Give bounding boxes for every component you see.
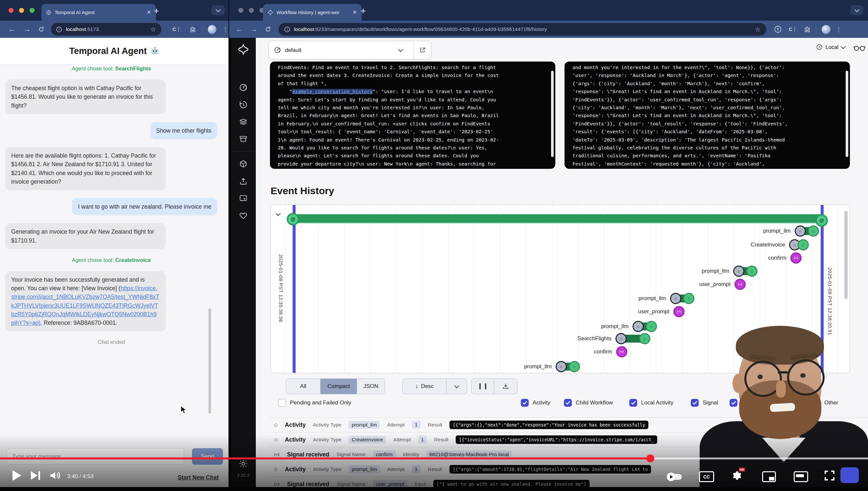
signal-icon[interactable] xyxy=(616,346,627,357)
filter-child-workflow[interactable]: Child Workflow xyxy=(564,399,613,407)
pause-events-button[interactable] xyxy=(471,379,494,394)
new-tab-button[interactable]: + xyxy=(154,6,159,16)
checkbox-checked[interactable] xyxy=(691,399,699,407)
schedules-nav-icon[interactable] xyxy=(239,100,248,109)
activity-end-icon[interactable]: ◇ xyxy=(798,239,809,251)
timeline-event[interactable]: CreateInvoice◇◇ xyxy=(789,239,789,251)
activity-start-icon[interactable]: ◇ xyxy=(733,266,744,277)
forward-icon[interactable]: → xyxy=(24,26,31,33)
forward-icon[interactable]: → xyxy=(250,26,257,33)
site-info-icon[interactable]: i xyxy=(56,27,62,32)
sort-desc-button[interactable]: ↓Desc xyxy=(403,379,446,394)
view-mode-json[interactable]: JSON xyxy=(357,379,385,394)
workflow-duration-bar[interactable] xyxy=(292,214,824,223)
namespace-selector[interactable]: default xyxy=(268,41,431,59)
timeline-collapse-chevron-icon[interactable] xyxy=(274,210,282,218)
timeline-event[interactable]: SearchFlights◇◇ xyxy=(616,333,616,344)
activity-start-icon[interactable]: ◇ xyxy=(556,361,567,372)
timeline-event[interactable]: prompt_llm◇◇ xyxy=(670,293,671,304)
workflow-start-marker[interactable]: @ xyxy=(287,213,299,225)
back-icon[interactable]: ← xyxy=(8,26,16,33)
timeline-event[interactable]: prompt_llm◇◇ xyxy=(733,266,734,277)
bookmark-star-icon[interactable]: ☆ xyxy=(150,26,156,33)
browser-profile-avatar[interactable] xyxy=(822,25,831,34)
extensions-puzzle-icon[interactable] xyxy=(189,26,195,33)
close-tab-icon[interactable]: ✕ xyxy=(352,9,357,16)
minimize-window-button[interactable] xyxy=(249,8,254,13)
timeline-event[interactable]: confirm xyxy=(616,346,617,357)
browser-menu-icon[interactable]: ⋮ xyxy=(222,26,228,33)
task-queues-nav-icon[interactable] xyxy=(239,117,248,126)
timeline-event[interactable]: confirm xyxy=(790,252,791,264)
tab-temporal-ai-agent[interactable]: Temporal AI Agent ✕ xyxy=(41,4,156,21)
pending-failed-filter[interactable]: Pending and Failed Only xyxy=(278,399,351,407)
chat-message-input[interactable]: Type your message... xyxy=(7,448,184,465)
activity-end-icon[interactable]: ◇ xyxy=(639,333,650,344)
signal-icon[interactable] xyxy=(735,279,746,290)
password-manager-icon[interactable] xyxy=(774,26,781,33)
timeline-event[interactable]: user_prompt xyxy=(735,279,735,290)
chat-scrollbar[interactable] xyxy=(209,308,211,414)
namespaces-nav-icon[interactable] xyxy=(239,160,248,169)
address-bar[interactable]: i localhost:8233/namespaces/default/work… xyxy=(278,23,766,35)
browser-profile-avatar[interactable] xyxy=(208,25,216,34)
timeline-scrollbar[interactable] xyxy=(844,211,848,299)
code-scrollbar[interactable] xyxy=(846,71,848,157)
checkbox-checked[interactable] xyxy=(521,399,529,407)
activity-end-icon[interactable]: ◇ xyxy=(646,321,657,332)
sort-dropdown-button[interactable] xyxy=(446,379,467,394)
minimize-window-button[interactable] xyxy=(19,8,24,13)
close-tab-icon[interactable]: ✕ xyxy=(147,9,151,16)
download-events-button[interactable] xyxy=(494,379,517,394)
close-window-button[interactable] xyxy=(8,8,13,13)
extension-c-icon[interactable]: C⋮ xyxy=(173,26,181,32)
workflow-end-marker[interactable]: @ xyxy=(815,214,828,227)
filter-local-activity[interactable]: Local Activity xyxy=(629,399,673,407)
view-mode-all[interactable]: All xyxy=(286,379,320,394)
timeline-event[interactable]: prompt_llm◇◇ xyxy=(556,361,556,372)
browser-menu-icon[interactable]: ⋮ xyxy=(836,26,842,33)
timeline-event[interactable]: user_prompt xyxy=(673,306,674,317)
close-window-button[interactable] xyxy=(238,8,243,13)
activity-end-icon[interactable]: ◇ xyxy=(569,361,580,372)
code-scrollbar[interactable] xyxy=(551,71,554,157)
signal-icon[interactable] xyxy=(790,252,802,264)
maximize-window-button[interactable] xyxy=(30,8,34,13)
tab-search-button[interactable] xyxy=(850,5,863,15)
checkbox-checked[interactable] xyxy=(564,399,572,407)
pending-failed-checkbox[interactable] xyxy=(278,399,286,407)
back-icon[interactable]: ← xyxy=(236,26,243,33)
archive-nav-icon[interactable] xyxy=(239,135,248,143)
timezone-selector[interactable]: Local xyxy=(816,44,845,50)
send-button[interactable]: Send xyxy=(192,448,223,465)
activity-start-icon[interactable]: ◇ xyxy=(795,225,806,237)
view-mode-compact[interactable]: Compact xyxy=(320,379,357,394)
labs-glasses-icon[interactable] xyxy=(854,44,865,52)
extension-c-icon[interactable]: C⋮ xyxy=(789,26,797,32)
activity-start-icon[interactable]: ◇ xyxy=(632,321,644,332)
address-bar[interactable]: i localhost:5173 ☆ xyxy=(51,23,161,35)
activity-end-icon[interactable]: ◇ xyxy=(683,293,694,304)
site-info-icon[interactable]: i xyxy=(284,27,290,32)
window-traffic-lights[interactable] xyxy=(8,8,34,13)
tab-search-button[interactable] xyxy=(211,5,224,15)
activity-start-icon[interactable]: ◇ xyxy=(670,293,681,304)
timeline-event[interactable]: prompt_llm◇◇ xyxy=(632,321,633,332)
tab-workflow-history[interactable]: Workflow History | agent-wor ✕ xyxy=(263,4,362,21)
activity-end-icon[interactable]: ◇ xyxy=(746,266,757,277)
temporal-logo-icon[interactable] xyxy=(238,44,249,55)
reload-icon[interactable] xyxy=(38,26,44,33)
workflow-result-code-panel[interactable]: and month you're interested in for the e… xyxy=(564,61,850,169)
timeline-event[interactable]: prompt_llm◇◇ xyxy=(795,225,795,237)
activity-end-icon[interactable]: ◇ xyxy=(808,225,819,237)
docs-nav-icon[interactable] xyxy=(239,194,248,203)
invoice-link[interactable]: https://invoice.stripe.com/i/acct_1NBOLu… xyxy=(11,285,159,326)
signal-icon[interactable] xyxy=(673,306,685,317)
theme-toggle-sun-icon[interactable] xyxy=(239,459,248,468)
activity-start-icon[interactable]: ◇ xyxy=(616,333,627,344)
bookmark-star-icon[interactable]: ☆ xyxy=(755,26,761,33)
window-traffic-lights[interactable] xyxy=(238,8,265,13)
filter-activity[interactable]: Activity xyxy=(521,399,550,407)
workflow-input-code-panel[interactable]: FindEvents: Find an event to travel to 2… xyxy=(270,61,555,169)
checkbox-checked[interactable] xyxy=(629,399,637,407)
